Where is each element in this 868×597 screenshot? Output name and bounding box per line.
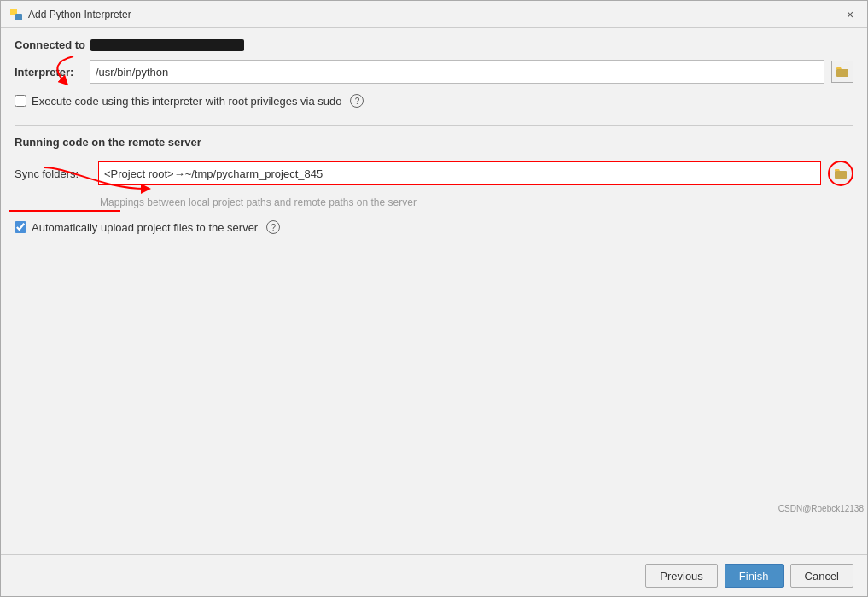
spacer: [15, 241, 853, 544]
sync-folders-label: Sync folders:: [15, 167, 91, 180]
sync-folders-browse-button[interactable]: [828, 161, 853, 186]
interpreter-input[interactable]: [96, 66, 818, 79]
annotation-underline: [9, 210, 120, 212]
interpreter-row: Interpreter:: [15, 60, 853, 84]
previous-button[interactable]: Previous: [645, 564, 718, 588]
cancel-button[interactable]: Cancel: [790, 564, 853, 588]
folder-icon: [836, 67, 848, 77]
auto-upload-help-icon[interactable]: ?: [266, 220, 280, 234]
finish-button[interactable]: Finish: [725, 564, 784, 588]
section-divider: [15, 125, 853, 126]
dialog-title: Add Python Interpreter: [28, 9, 842, 20]
svg-rect-2: [836, 69, 848, 77]
auto-upload-row: Automatically upload project files to th…: [15, 220, 853, 234]
svg-rect-3: [835, 171, 847, 179]
mapping-hint: Mappings between local project paths and…: [100, 196, 853, 208]
close-button[interactable]: ×: [842, 6, 859, 23]
add-python-interpreter-dialog: Add Python Interpreter × Connected to In…: [0, 0, 868, 597]
sync-folders-input-wrapper: [98, 161, 821, 185]
auto-upload-label: Automatically upload project files to th…: [32, 221, 258, 234]
connected-label: Connected to: [15, 38, 85, 51]
folder-icon-sync: [835, 168, 847, 179]
watermark: CSDN@Roebck12138: [778, 504, 864, 513]
connected-line: Connected to: [15, 38, 853, 51]
sync-folders-row: Sync folders:: [15, 161, 853, 186]
execute-code-label: Execute code using this interpreter with…: [32, 95, 341, 108]
title-bar: Add Python Interpreter ×: [1, 1, 867, 28]
sync-folders-input[interactable]: [104, 167, 815, 180]
python-icon: [9, 8, 23, 21]
execute-code-help-icon[interactable]: ?: [350, 94, 364, 108]
execute-code-row: Execute code using this interpreter with…: [15, 94, 853, 108]
interpreter-browse-button[interactable]: [831, 61, 853, 83]
interpreter-label: Interpreter:: [15, 66, 83, 79]
svg-rect-1: [15, 14, 22, 20]
section-label: Running code on the remote server: [15, 136, 853, 149]
bottom-bar: Previous Finish Cancel: [1, 554, 867, 596]
connected-value: [90, 39, 244, 51]
interpreter-input-wrapper: [90, 60, 824, 84]
auto-upload-checkbox[interactable]: [15, 221, 26, 233]
dialog-content: Connected to Interpreter:: [1, 28, 867, 554]
execute-code-checkbox[interactable]: [15, 95, 26, 107]
